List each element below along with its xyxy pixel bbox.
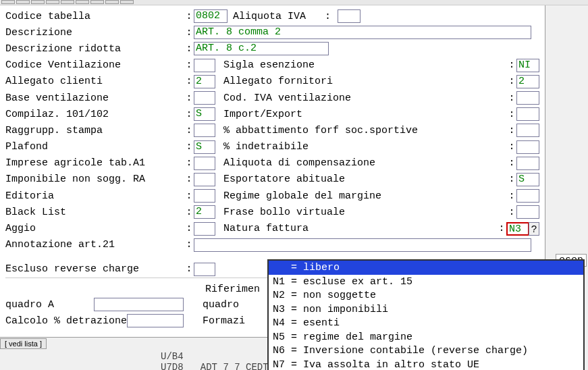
- dropdown-item[interactable]: N1 = escluse ex art. 15: [269, 275, 583, 289]
- input-raggrupp-stampa[interactable]: [194, 124, 215, 137]
- input-aliquota[interactable]: [338, 9, 360, 23]
- toolbar-button[interactable]: [16, 0, 30, 4]
- label-descrizione: Descrizione: [5, 27, 184, 38]
- label-quadro-b: quadro: [184, 299, 239, 311]
- label-base-ventilazione: Base ventilazione: [5, 92, 184, 104]
- input-compilaz[interactable]: S: [194, 107, 215, 121]
- label-formazi: Formazi: [184, 315, 245, 327]
- label-esportatore-abituale: Esportatore abituale: [215, 174, 507, 185]
- label-quadro-a: quadro A: [5, 299, 94, 311]
- input-codice-tabella[interactable]: 0802: [194, 9, 228, 23]
- label-sigla-esenzione: Sigla esenzione: [215, 59, 507, 71]
- toolbar-button[interactable]: [1, 0, 15, 4]
- label-allegato-fornitori: Allegato fornitori: [215, 76, 507, 87]
- input-annotazione-art21[interactable]: [194, 238, 531, 252]
- toolbar-button[interactable]: [31, 0, 45, 4]
- label-regime-globale: Regime globale del margine: [215, 190, 507, 202]
- toolbar-button[interactable]: [61, 0, 74, 4]
- input-escluso-reverse[interactable]: [194, 263, 215, 276]
- toolbar-button[interactable]: [90, 0, 104, 4]
- input-plafond[interactable]: S: [194, 140, 215, 154]
- toolbar-button[interactable]: [120, 0, 134, 4]
- label-natura-fattura: Natura fattura: [215, 223, 497, 234]
- label-editoria: Editoria: [5, 190, 184, 202]
- label-compilaz: Compilaz. 101/102: [5, 109, 184, 120]
- label-aliquota-compensazione: Aliquota di compensazione: [215, 157, 507, 169]
- input-descrizione-ridotta[interactable]: ART. 8 c.2: [194, 42, 329, 55]
- input-import-export[interactable]: [516, 107, 539, 121]
- input-sigla-esenzione[interactable]: NI: [516, 59, 539, 72]
- label-indetraibile: % indetraibile: [215, 141, 507, 153]
- label-cod-iva-ventilazione: Cod. IVA ventilazione: [215, 92, 507, 104]
- vedi-lista-button[interactable]: [ vedi lista ]: [0, 338, 47, 349]
- input-allegato-clienti[interactable]: 2: [194, 75, 215, 88]
- dropdown-item[interactable]: N4 = esenti: [269, 316, 583, 330]
- label-calcolo-detrazione: Calcolo % detrazione: [5, 315, 127, 327]
- input-black-list[interactable]: 2: [194, 205, 215, 219]
- dropdown-item[interactable]: N5 = regime del margine: [269, 330, 583, 344]
- dropdown-item[interactable]: N3 = non imponibili: [269, 302, 583, 317]
- label-abbattimento: % abbattimento forf soc.sportive: [215, 125, 507, 136]
- input-aggio[interactable]: [194, 222, 215, 236]
- input-quadro-a[interactable]: [94, 298, 184, 311]
- help-button[interactable]: ?: [529, 222, 539, 236]
- input-esportatore-abituale[interactable]: S: [516, 173, 539, 186]
- desc-aliquota-iva: Aliquota IVA: [228, 11, 306, 22]
- label-descrizione-ridotta: Descrizione ridotta: [5, 43, 184, 55]
- label-riferimen: Riferimen: [197, 284, 260, 295]
- label-imponibile-non-sogg: Imponibile non sogg. RA: [5, 174, 184, 185]
- input-base-ventilazione[interactable]: [194, 91, 215, 105]
- input-indetraibile[interactable]: [516, 140, 539, 154]
- toolbar: [0, 0, 588, 5]
- dropdown-item[interactable]: N7 = Iva assolta in altro stato UE: [269, 358, 583, 371]
- label-raggrupp-stampa: Raggrupp. stampa: [5, 125, 184, 136]
- input-imprese-agricole[interactable]: [194, 157, 215, 170]
- label-aggio: Aggio: [5, 223, 184, 234]
- toolbar-button[interactable]: [76, 0, 89, 4]
- input-abbattimento[interactable]: [516, 124, 539, 137]
- input-editoria[interactable]: [194, 189, 215, 203]
- label-codice-tabella: Codice tabella: [5, 11, 184, 22]
- label-codice-ventilazione: Codice Ventilazione: [5, 59, 184, 71]
- dropdown-item[interactable]: N2 = non soggette: [269, 288, 583, 302]
- label-frase-bollo: Frase bollo virtuale: [215, 207, 507, 218]
- label-annotazione-art21: Annotazione art.21: [5, 239, 184, 250]
- input-descrizione[interactable]: ART. 8 comma 2: [194, 26, 531, 39]
- dropdown-item[interactable]: N6 = Inversione contabile (reverse charg…: [269, 344, 583, 358]
- natura-fattura-dropdown[interactable]: = liberoN1 = escluse ex art. 15N2 = non …: [267, 259, 585, 370]
- input-frase-bollo[interactable]: [516, 205, 539, 219]
- input-regime-globale[interactable]: [516, 189, 539, 203]
- label-import-export: Import/Export: [215, 109, 507, 120]
- label-black-list: Black List: [5, 207, 184, 218]
- input-natura-fattura[interactable]: N3: [506, 222, 529, 236]
- input-imponibile-non-sogg[interactable]: [194, 173, 215, 186]
- input-codice-ventilazione[interactable]: [194, 59, 215, 72]
- dropdown-item[interactable]: = libero: [269, 261, 583, 275]
- label-imprese-agricole: Imprese agricole tab.A1: [5, 157, 184, 169]
- input-allegato-fornitori[interactable]: 2: [516, 75, 539, 88]
- label-escluso-reverse: Escluso reverse charge: [5, 263, 184, 275]
- toolbar-button[interactable]: [46, 0, 59, 4]
- label-allegato-clienti: Allegato clienti: [5, 76, 184, 87]
- input-aliquota-compensazione[interactable]: [516, 157, 539, 170]
- toolbar-button[interactable]: [105, 0, 119, 4]
- input-cod-iva-ventilazione[interactable]: [516, 91, 539, 105]
- input-calcolo-detrazione[interactable]: [127, 314, 184, 327]
- label-plafond: Plafond: [5, 141, 184, 153]
